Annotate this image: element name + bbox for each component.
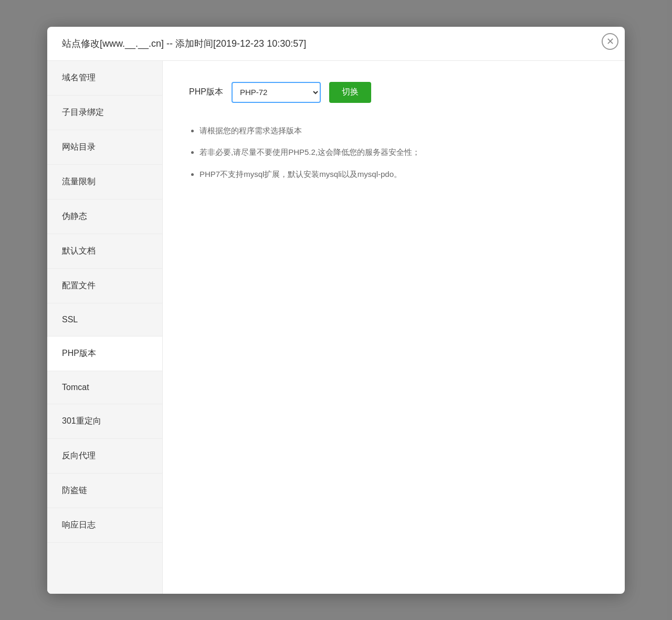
sidebar-item-config[interactable]: 配置文件 <box>47 269 162 303</box>
sidebar-item-label: 默认文档 <box>62 246 96 255</box>
sidebar-item-label: 配置文件 <box>62 281 96 290</box>
sidebar-item-webroot[interactable]: 网站目录 <box>47 130 162 165</box>
sidebar-item-label: 域名管理 <box>62 73 96 82</box>
sidebar-item-tomcat[interactable]: Tomcat <box>47 371 162 404</box>
sidebar-item-access-log[interactable]: 响应日志 <box>47 508 162 543</box>
sidebar-item-ssl[interactable]: SSL <box>47 303 162 337</box>
sidebar-item-label: 301重定向 <box>62 416 101 425</box>
php-version-row: PHP版本 PHP-52 PHP-54 PHP-55 PHP-56 PHP-70… <box>189 82 598 103</box>
sidebar-item-label: 响应日志 <box>62 520 96 529</box>
sidebar-item-domain[interactable]: 域名管理 <box>47 61 162 96</box>
sidebar-item-redirect-301[interactable]: 301重定向 <box>47 404 162 439</box>
sidebar-item-subdir[interactable]: 子目录绑定 <box>47 96 162 130</box>
tip-item: 请根据您的程序需求选择版本 <box>200 124 598 138</box>
sidebar-item-label: 网站目录 <box>62 142 96 151</box>
sidebar-item-label: 反向代理 <box>62 451 96 460</box>
sidebar-item-label: SSL <box>62 315 78 324</box>
modal-header: 站点修改[www.__.__.cn] -- 添加时间[2019-12-23 10… <box>47 27 625 61</box>
sidebar: 域名管理 子目录绑定 网站目录 流量限制 伪静态 默认文档 配置 <box>47 61 163 594</box>
sidebar-item-label: Tomcat <box>62 383 89 392</box>
tip-item: PHP7不支持mysql扩展，默认安装mysqli以及mysql-pdo。 <box>200 167 598 181</box>
sidebar-item-rewrite[interactable]: 伪静态 <box>47 199 162 234</box>
sidebar-item-label: 伪静态 <box>62 212 87 220</box>
modal-overlay: 站点修改[www.__.__.cn] -- 添加时间[2019-12-23 10… <box>0 0 672 620</box>
switch-button[interactable]: 切换 <box>329 82 371 103</box>
sidebar-item-default-doc[interactable]: 默认文档 <box>47 234 162 269</box>
modal-body: 域名管理 子目录绑定 网站目录 流量限制 伪静态 默认文档 配置 <box>47 61 625 594</box>
content-area: PHP版本 PHP-52 PHP-54 PHP-55 PHP-56 PHP-70… <box>163 61 625 594</box>
sidebar-item-label: 子目录绑定 <box>62 108 104 117</box>
sidebar-item-hotlink[interactable]: 防盗链 <box>47 474 162 508</box>
sidebar-item-reverse-proxy[interactable]: 反向代理 <box>47 439 162 474</box>
sidebar-item-php-version[interactable]: PHP版本 <box>47 337 162 371</box>
modal-title: 站点修改[www.__.__.cn] -- 添加时间[2019-12-23 10… <box>62 38 306 49</box>
php-version-select[interactable]: PHP-52 PHP-54 PHP-55 PHP-56 PHP-70 PHP-7… <box>232 82 321 103</box>
tip-item: 若非必要,请尽量不要使用PHP5.2,这会降低您的服务器安全性； <box>200 145 598 159</box>
sidebar-item-traffic[interactable]: 流量限制 <box>47 165 162 199</box>
php-version-label: PHP版本 <box>189 87 223 98</box>
tips-list: 请根据您的程序需求选择版本 若非必要,请尽量不要使用PHP5.2,这会降低您的服… <box>189 124 598 181</box>
modal: 站点修改[www.__.__.cn] -- 添加时间[2019-12-23 10… <box>47 27 625 594</box>
sidebar-item-label: 防盗链 <box>62 486 87 495</box>
sidebar-item-label: PHP版本 <box>62 349 96 358</box>
sidebar-item-label: 流量限制 <box>62 177 96 186</box>
close-button[interactable]: ✕ <box>602 33 618 50</box>
close-icon: ✕ <box>606 37 614 46</box>
